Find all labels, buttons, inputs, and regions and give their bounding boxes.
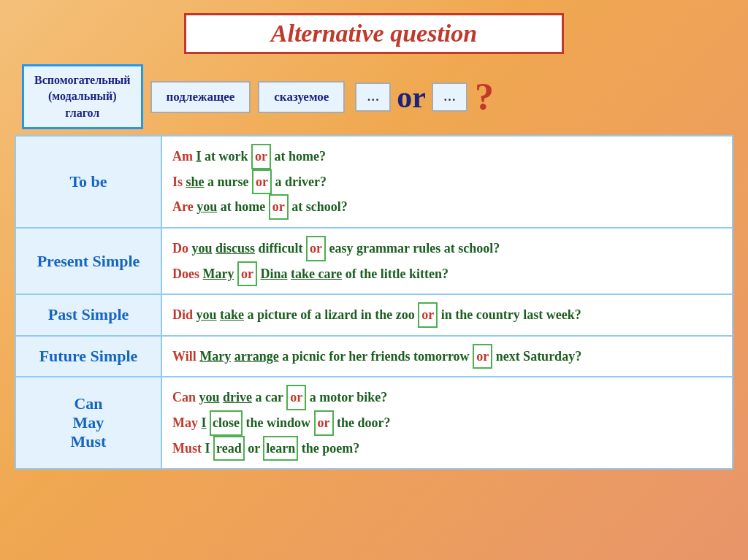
or-label: or — [397, 80, 426, 115]
predicate-pill: сказуемое — [258, 81, 345, 113]
table-row: Future Simple Will Mary arrange a picnic… — [15, 336, 733, 377]
aux-line1: Вспомогательный — [34, 74, 131, 86]
content-future-simple: Will Mary arrange a picnic for her frien… — [161, 336, 733, 377]
table-row: CanMayMust Can you drive a car or a moto… — [15, 377, 733, 469]
main-table: To be Am I at work or at home? Is she a … — [15, 135, 733, 469]
content-modal: Can you drive a car or a motor bike? May… — [161, 377, 733, 469]
aux-line3: глагол — [65, 107, 99, 119]
table-row: Present Simple Do you discuss difficult … — [15, 228, 733, 294]
header-row: Вспомогательный (модальный) глагол подле… — [15, 64, 733, 129]
title-box: Alternative question — [184, 13, 564, 54]
aux-line2: (модальный) — [48, 90, 116, 102]
label-modal: CanMayMust — [15, 377, 161, 469]
content-past-simple: Did you take a picture of a lizard in th… — [161, 294, 733, 336]
content-present-simple: Do you discuss difficult or easy grammar… — [161, 228, 733, 294]
subject-pill: подлежащее — [150, 81, 251, 113]
dots-box-1: … — [355, 83, 391, 112]
content-to-be: Am I at work or at home? Is she a nurse … — [161, 136, 733, 228]
label-past-simple: Past Simple — [15, 294, 161, 336]
dots-or-section: … or … ? — [355, 75, 494, 118]
label-to-be: To be — [15, 136, 161, 228]
dots-box-2: … — [432, 83, 468, 112]
table-row: To be Am I at work or at home? Is she a … — [15, 136, 733, 228]
label-present-simple: Present Simple — [15, 228, 161, 294]
page-title: Alternative question — [271, 20, 477, 47]
aux-verb-box: Вспомогательный (модальный) глагол — [22, 64, 143, 129]
question-mark-icon: ? — [475, 75, 494, 118]
table-row: Past Simple Did you take a picture of a … — [15, 294, 733, 336]
page-wrapper: Alternative question Вспомогательный (мо… — [0, 0, 748, 560]
label-future-simple: Future Simple — [15, 336, 161, 377]
